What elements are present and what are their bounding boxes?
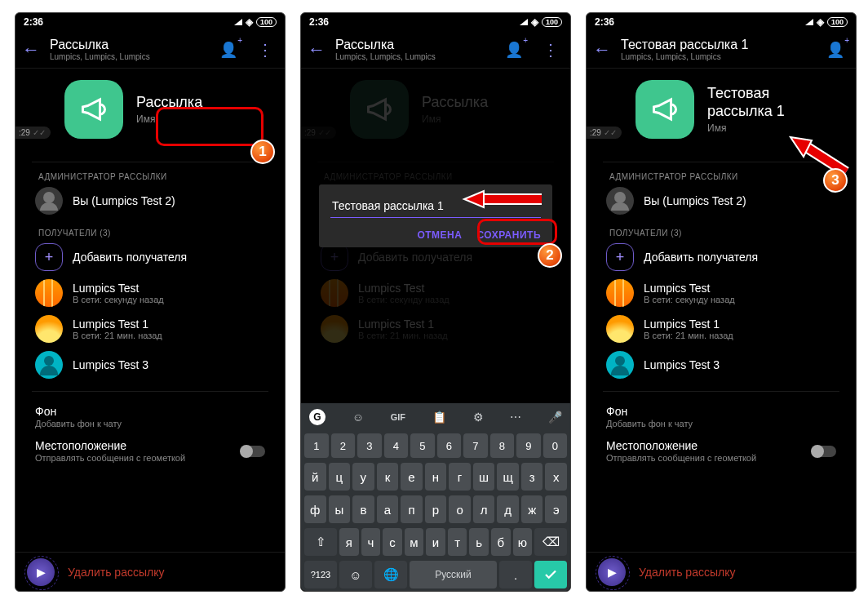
sticker-icon[interactable]: ☺ xyxy=(352,411,364,424)
key-ф[interactable]: ф xyxy=(304,495,326,523)
backspace-key[interactable]: ⌫ xyxy=(534,528,567,556)
recipient-row[interactable]: Lumpics Test 1В сети: 21 мин. назад xyxy=(587,311,856,347)
key-с[interactable]: с xyxy=(383,528,402,556)
more-kb-icon[interactable]: ⋯ xyxy=(510,411,521,424)
recipient-row[interactable]: Lumpics TestВ сети: секунду назад xyxy=(587,275,856,311)
key-4[interactable]: 4 xyxy=(384,433,409,458)
add-recipient-row[interactable]: + Добавить получателя xyxy=(16,239,285,275)
key-ь[interactable]: ь xyxy=(469,528,489,556)
key-а[interactable]: а xyxy=(377,495,399,523)
status-bar: 2:36 ◈ 100 xyxy=(587,13,856,31)
back-icon[interactable]: ← xyxy=(593,39,611,60)
key-х[interactable]: х xyxy=(545,463,567,491)
status-time: 2:36 xyxy=(595,16,614,28)
key-и[interactable]: и xyxy=(426,528,445,556)
spacebar-key[interactable]: Русский xyxy=(410,561,497,588)
recipient-row[interactable]: Lumpics Test 1 В сети: 21 мин. назад xyxy=(16,311,285,347)
bottom-bar: ▶ Удалить рассылку xyxy=(16,552,285,591)
plus-icon: + xyxy=(35,243,63,271)
svg-marker-2 xyxy=(464,191,484,207)
key-5[interactable]: 5 xyxy=(410,433,435,458)
add-user-icon[interactable]: 👤 xyxy=(505,41,523,59)
key-б[interactable]: б xyxy=(491,528,511,556)
key-у[interactable]: у xyxy=(352,463,374,491)
period-key[interactable]: . xyxy=(499,561,532,588)
symbols-key[interactable]: ?123 xyxy=(304,561,337,588)
admin-row: Вы (Lumpics Test 2) xyxy=(16,183,285,219)
key-2[interactable]: 2 xyxy=(331,433,356,458)
status-bar: 2:36 ◈ 100 xyxy=(16,13,285,31)
key-э[interactable]: э xyxy=(545,495,567,523)
key-з[interactable]: з xyxy=(521,463,543,491)
add-user-icon[interactable]: 👤 xyxy=(219,41,237,59)
admin-row: Вы (Lumpics Test 2) xyxy=(587,183,856,219)
key-о[interactable]: о xyxy=(449,495,471,523)
key-ю[interactable]: ю xyxy=(513,528,533,556)
play-fab[interactable]: ▶ xyxy=(27,558,55,586)
back-icon[interactable]: ← xyxy=(308,39,326,60)
add-recipient-row[interactable]: + Добавить получателя xyxy=(587,239,856,275)
battery-icon: 100 xyxy=(827,17,848,27)
keyboard-num-row: 1234567890 xyxy=(301,431,570,460)
key-ж[interactable]: ж xyxy=(521,495,543,523)
key-ш[interactable]: ш xyxy=(473,463,495,491)
key-п[interactable]: п xyxy=(401,495,423,523)
gif-icon[interactable]: GIF xyxy=(391,412,405,422)
key-ц[interactable]: ц xyxy=(329,463,351,491)
key-н[interactable]: н xyxy=(425,463,447,491)
google-icon[interactable]: G xyxy=(309,409,326,425)
avatar-recipient-1 xyxy=(35,279,63,307)
highlight-box-1 xyxy=(156,107,264,146)
recipients-section-label: ПОЛУЧАТЕЛИ (3) xyxy=(16,227,285,239)
location-setting[interactable]: МестоположениеОтправлять сообщения с гео… xyxy=(587,434,856,469)
key-щ[interactable]: щ xyxy=(497,463,519,491)
key-1[interactable]: 1 xyxy=(304,433,329,458)
key-8[interactable]: 8 xyxy=(490,433,515,458)
avatar-recipient-3 xyxy=(35,351,63,379)
key-9[interactable]: 9 xyxy=(516,433,541,458)
enter-key[interactable] xyxy=(534,561,567,588)
wifi-icon: ◈ xyxy=(246,16,253,28)
delete-broadcast-link[interactable]: Удалить рассылку xyxy=(68,566,164,579)
shift-key[interactable]: ⇧ xyxy=(304,528,337,556)
key-м[interactable]: м xyxy=(405,528,424,556)
avatar-recipient-2 xyxy=(35,315,63,343)
clipboard-icon[interactable]: 📋 xyxy=(432,411,446,424)
key-0[interactable]: 0 xyxy=(543,433,568,458)
recipient-row[interactable]: Lumpics Test 3 xyxy=(587,347,856,383)
key-7[interactable]: 7 xyxy=(463,433,488,458)
more-icon[interactable]: ⋮ xyxy=(542,40,559,60)
key-т[interactable]: т xyxy=(448,528,467,556)
key-р[interactable]: р xyxy=(425,495,447,523)
globe-key[interactable]: 🌐 xyxy=(374,561,407,588)
key-г[interactable]: г xyxy=(449,463,471,491)
key-й[interactable]: й xyxy=(304,463,326,491)
cancel-button[interactable]: ОТМЕНА xyxy=(417,229,462,241)
background-setting[interactable]: Фон Добавить фон к чату xyxy=(16,400,285,434)
key-в[interactable]: в xyxy=(352,495,374,523)
recipient-row[interactable]: Lumpics Test 3 xyxy=(16,347,285,383)
key-3[interactable]: 3 xyxy=(357,433,382,458)
key-я[interactable]: я xyxy=(339,528,359,556)
key-е[interactable]: е xyxy=(401,463,423,491)
more-icon[interactable]: ⋮ xyxy=(257,40,273,60)
background-setting[interactable]: Фон Добавить фон к чату xyxy=(587,400,856,434)
add-user-icon[interactable]: 👤 xyxy=(826,41,844,59)
back-icon[interactable]: ← xyxy=(22,39,40,60)
key-ы[interactable]: ы xyxy=(329,495,351,523)
settings-icon[interactable]: ⚙ xyxy=(473,411,484,424)
delete-broadcast-link[interactable]: Удалить рассылку xyxy=(639,566,735,579)
location-setting[interactable]: Местоположение Отправлять сообщения с ге… xyxy=(16,434,285,469)
key-ч[interactable]: ч xyxy=(361,528,381,556)
location-toggle[interactable] xyxy=(812,446,836,457)
onscreen-keyboard[interactable]: G ☺ GIF 📋 ⚙ ⋯ 🎤 1234567890 йцукенгшщзх ф… xyxy=(301,403,570,591)
location-toggle[interactable] xyxy=(241,446,265,457)
emoji-key[interactable]: ☺ xyxy=(339,561,372,588)
play-fab[interactable]: ▶ xyxy=(598,558,626,586)
recipient-row[interactable]: Lumpics Test В сети: секунду назад xyxy=(16,275,285,311)
mic-icon[interactable]: 🎤 xyxy=(548,411,562,424)
key-6[interactable]: 6 xyxy=(437,433,462,458)
key-к[interactable]: к xyxy=(377,463,399,491)
key-д[interactable]: д xyxy=(497,495,519,523)
key-л[interactable]: л xyxy=(473,495,495,523)
